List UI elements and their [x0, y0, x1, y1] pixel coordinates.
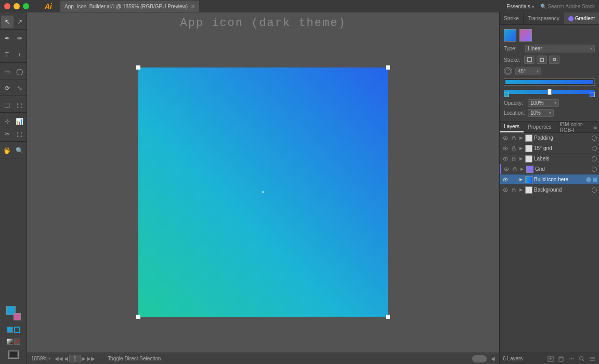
canvas-viewport[interactable] [27, 32, 499, 353]
layer-expand-icon[interactable]: ▶ [518, 187, 524, 193]
location-select[interactable]: 10% ▾ [528, 109, 554, 117]
opacity-select[interactable]: 100% ▾ [528, 99, 559, 107]
layer-item-background[interactable]: ▶ Background [500, 185, 599, 195]
line-tool[interactable]: / [14, 49, 26, 61]
angle-input[interactable]: 45° ▾ [515, 68, 541, 75]
layer-visibility-button[interactable] [502, 155, 509, 163]
search-stock[interactable]: 🔍 Search Adobe Stock [540, 4, 595, 9]
stroke-btn-1[interactable] [524, 56, 535, 64]
stroke-btn-3[interactable] [549, 56, 559, 64]
gradient-stop-left[interactable] [504, 92, 509, 97]
workspace-selector[interactable]: Essentials ▾ [506, 4, 533, 9]
layer-expand-icon[interactable]: ▶ [519, 167, 525, 172]
layer-visibility-button[interactable] [503, 166, 510, 173]
tab-gradient[interactable]: Gradient [564, 12, 599, 24]
handle-bottom-left[interactable] [136, 315, 140, 319]
tab-stroke[interactable]: Stroke [500, 12, 524, 24]
gradient-stop-right[interactable] [590, 92, 595, 97]
gradient-type-select[interactable]: Linear ▾ [525, 45, 595, 52]
window-controls[interactable] [4, 3, 29, 9]
color-controls[interactable] [6, 306, 21, 320]
artboard-icon[interactable] [6, 349, 21, 360]
tab-close-button[interactable]: ✕ [191, 4, 195, 9]
delete-layer-button[interactable] [557, 355, 565, 362]
pen-tool[interactable]: ✒ [1, 32, 14, 45]
layer-visibility-button[interactable] [502, 186, 509, 194]
gradient-bar[interactable] [504, 78, 595, 86]
ibm-color-tab-label: IBM-color-RGB-I [560, 122, 595, 133]
layer-visibility-button[interactable] [502, 134, 509, 142]
layer-circle-indicator [592, 187, 597, 193]
hand-tool[interactable]: 🖐 [1, 144, 14, 157]
prev-page-button[interactable]: ◀◀ [55, 356, 63, 361]
layers-panel-options-button[interactable] [568, 355, 575, 362]
gradient-slider-thumb[interactable] [548, 89, 552, 95]
pencil-tool[interactable]: ✏ [14, 32, 26, 45]
selection-tool[interactable]: ↖ [1, 16, 14, 28]
handle-bottom-right[interactable] [386, 315, 390, 319]
collapse-layers-button[interactable] [589, 355, 596, 362]
document-tab[interactable]: App_Icon_Builder.ai® @ 1859% (RGB/GPU Pr… [60, 1, 199, 12]
layer-expand-icon[interactable]: ▶ [518, 156, 524, 161]
tab-transparency[interactable]: Transparency [524, 12, 564, 24]
layers-menu-button[interactable]: ≡ [593, 122, 597, 132]
tab-layers[interactable]: Layers [500, 122, 524, 132]
gradient-tool[interactable]: ◫ [1, 99, 14, 111]
next-page-step-button[interactable]: ▶ [82, 356, 86, 361]
gradient-angle-row: 45° ▾ [504, 67, 595, 75]
svg-point-9 [505, 147, 506, 149]
next-page-button[interactable]: ▶▶ [87, 356, 95, 361]
type-tool[interactable]: T [1, 49, 14, 61]
minimize-button[interactable] [14, 3, 20, 9]
zoom-tool[interactable]: 🔍 [14, 144, 26, 157]
svg-rect-10 [512, 148, 515, 151]
opacity-value: 100% [530, 100, 544, 106]
tab-properties[interactable]: Properties [524, 122, 556, 132]
gradient-slider[interactable] [504, 88, 595, 96]
scale-tool[interactable]: ⤡ [14, 82, 26, 95]
svg-point-15 [506, 168, 507, 170]
layer-item-build-icon[interactable]: ▶ Build icon here [500, 174, 599, 185]
gradient-swatch[interactable] [504, 29, 516, 42]
gradient-icon[interactable] [7, 339, 13, 345]
none-icon[interactable] [14, 339, 20, 345]
eyedropper-tool[interactable]: ⊹ [1, 115, 14, 128]
layer-item-15grid[interactable]: ▶ 15° grid [500, 143, 599, 154]
layer-expand-icon[interactable]: ▶ [518, 146, 524, 151]
ellipse-tool[interactable]: ◯ [14, 65, 26, 78]
artboard-tool[interactable]: ⬚ [14, 128, 26, 140]
layer-item-grid[interactable]: ▶ Grid [500, 164, 599, 174]
color-swatches [4, 304, 23, 362]
layer-visibility-button[interactable] [502, 176, 509, 183]
gradient-swatch-alt[interactable] [519, 29, 532, 42]
page-navigation: ◀◀ ◀ ▶ ▶▶ [55, 355, 95, 362]
prev-page-step-button[interactable]: ◀ [64, 356, 68, 361]
zoom-control[interactable]: 1859% ▾ [31, 356, 50, 361]
tab-ibm-color[interactable]: IBM-color-RGB-I [556, 122, 599, 132]
paint-bucket-tool[interactable]: ⬚ [14, 99, 26, 111]
stroke-swatch[interactable] [14, 313, 21, 320]
new-layer-panel-button[interactable] [547, 355, 554, 362]
slice-tool[interactable]: ✂ [1, 128, 14, 140]
maximize-button[interactable] [23, 3, 29, 9]
svg-rect-25 [559, 358, 563, 361]
rotate-tool[interactable]: ⟳ [1, 82, 14, 95]
layer-item-labels[interactable]: ▶ Labels [500, 154, 599, 164]
toggle-pill[interactable] [472, 355, 487, 362]
layer-expand-icon[interactable]: ▶ [518, 177, 524, 182]
layer-expand-icon[interactable]: ▶ [518, 136, 524, 141]
stroke-btn-2[interactable] [537, 56, 547, 64]
rectangle-tool[interactable]: ▭ [1, 65, 14, 78]
nav-arrow-left[interactable]: ◀ [491, 356, 495, 361]
layer-visibility-button[interactable] [502, 145, 509, 152]
artboard[interactable] [138, 68, 388, 317]
chart-tool[interactable]: 📊 [14, 115, 26, 128]
layer-item-padding[interactable]: ▶ Padding [500, 133, 599, 143]
close-button[interactable] [4, 3, 10, 9]
handle-top-right[interactable] [386, 65, 390, 70]
handle-top-left[interactable] [136, 65, 140, 70]
search-layers-button[interactable] [578, 355, 585, 362]
page-input[interactable] [69, 355, 81, 362]
toggle-direct-selection[interactable]: Toggle Direct Selection [108, 356, 161, 361]
direct-selection-tool[interactable]: ↗ [14, 16, 26, 28]
